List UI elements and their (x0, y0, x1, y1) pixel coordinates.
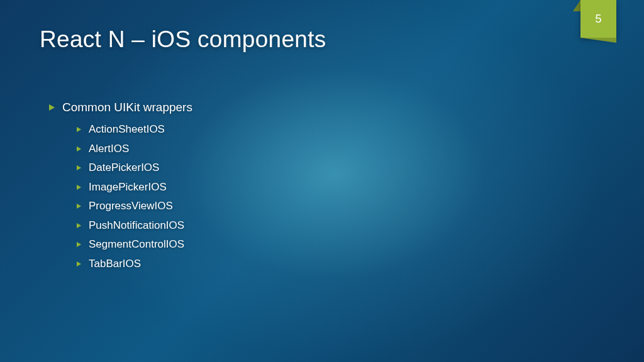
triangle-bullet-icon (77, 127, 81, 132)
list-item-label: AlertIOS (89, 143, 129, 155)
list-item: TabBarIOS (77, 258, 606, 270)
list-item-label: ProgressViewIOS (89, 200, 173, 212)
triangle-bullet-icon (77, 242, 81, 247)
list-item: DatePickerIOS (77, 162, 606, 174)
list-item-label: ImagePickerIOS (89, 181, 167, 194)
bullet-level1: Common UIKit wrappers (49, 101, 606, 114)
sub-bullet-list: ActionSheetIOS AlertIOS DatePickerIOS Im… (77, 123, 606, 270)
list-item-label: ActionSheetIOS (89, 123, 165, 136)
triangle-bullet-icon (49, 104, 55, 111)
list-item: ImagePickerIOS (77, 181, 606, 194)
page-number-tab: 5 (580, 0, 616, 38)
list-item: PushNotificationIOS (77, 219, 606, 232)
triangle-bullet-icon (77, 204, 81, 209)
triangle-bullet-icon (77, 146, 81, 151)
list-item: AlertIOS (77, 143, 606, 155)
list-item: SegmentControlIOS (77, 238, 606, 251)
list-item-label: DatePickerIOS (89, 162, 159, 174)
list-item: ProgressViewIOS (77, 200, 606, 212)
bullet-heading: Common UIKit wrappers (62, 101, 192, 114)
list-item-label: TabBarIOS (89, 258, 141, 270)
triangle-bullet-icon (77, 261, 81, 266)
triangle-bullet-icon (77, 185, 81, 190)
triangle-bullet-icon (77, 165, 81, 170)
list-item: ActionSheetIOS (77, 123, 606, 136)
list-item-label: SegmentControlIOS (89, 238, 184, 251)
page-number: 5 (595, 13, 601, 26)
slide-title: React N – iOS components (40, 26, 326, 53)
list-item-label: PushNotificationIOS (89, 219, 184, 232)
slide-content: Common UIKit wrappers ActionSheetIOS Ale… (49, 101, 606, 270)
triangle-bullet-icon (77, 223, 81, 228)
page-tab-fold (573, 0, 580, 11)
